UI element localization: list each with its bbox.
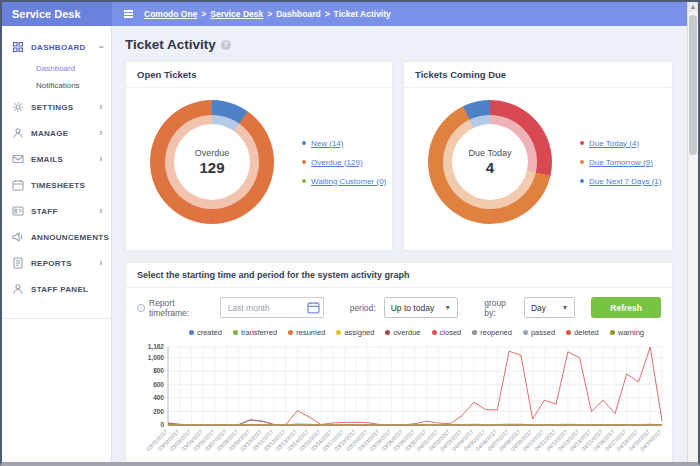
page-info-icon[interactable]: ? [221,40,231,50]
legend-dot-icon [233,330,238,335]
svg-text:400: 400 [153,394,164,401]
chart-legend-item: created [189,328,222,337]
user-icon [12,283,24,295]
report-timeframe-label: Report timeframe: [149,298,210,318]
activity-graph-panel: Select the starting time and period for … [125,262,673,466]
legend-dot-icon [566,330,571,335]
chevron-down-icon: › [97,45,105,49]
breadcrumb-separator: > [325,9,330,19]
sidebar-item-announcements[interactable]: ANNOUNCEMENTS [2,224,111,250]
calendar-icon[interactable] [307,301,320,314]
open-tickets-card: Open Tickets Overdue 129 New (14)Overdue… [125,61,393,251]
sidebar-item-timesheets[interactable]: TIMESHEETS [2,172,111,198]
chevron-down-icon: ▼ [444,304,451,311]
line-chart-legend: createdtransferredresumedassignedoverdue… [126,326,672,338]
open-tickets-donut-chart: Overdue 129 [150,100,274,224]
grid-icon [12,41,24,53]
period-select[interactable]: Up to today ▼ [384,297,459,318]
breadcrumb: Comodo One>Service Desk>Dashboard>Ticket… [141,9,394,19]
svg-text:600: 600 [153,381,164,388]
sidebar-item-staff[interactable]: STAFF› [2,198,111,224]
calendar-icon [12,179,24,191]
chevron-right-icon: › [99,103,103,111]
sidebar-item-settings[interactable]: SETTINGS› [2,94,111,120]
legend-dot-icon [432,330,437,335]
sidebar-item-staff-panel[interactable]: STAFF PANEL [2,276,111,302]
report-icon [12,257,24,269]
groupby-label: group by: [484,298,516,318]
breadcrumb-separator: > [201,9,206,19]
chevron-right-icon: › [99,155,103,163]
scrollbar [687,2,698,462]
sidebar-item-label: EMAILS [31,155,63,164]
line-chart-svg: 02004006008001,0001,16203/01/201703/02/2… [130,339,670,466]
pie-legend-link[interactable]: Due Next 7 Days (1) [580,177,661,186]
pie-legend-link[interactable]: Overdue (129) [302,158,386,167]
breadcrumb-item[interactable]: Service Desk [210,9,263,19]
legend-dot-icon [288,330,293,335]
titlebar: Service Desk Comodo One>Service Desk>Das… [2,2,687,26]
main-content: Ticket Activity ? Open Tickets Overdue 1… [112,26,687,462]
activity-panel-title: Select the starting time and period for … [126,263,672,288]
chart-legend-item: warning [610,328,644,337]
chart-legend-item: deleted [566,328,599,337]
legend-dot-icon [472,330,477,335]
scrollbar-thumb[interactable] [689,15,697,155]
sidebar: DASHBOARD›DashboardNotificationsSETTINGS… [2,26,112,462]
period-label: period: [350,303,376,313]
legend-bullet-icon [302,160,306,164]
sidebar-item-manage[interactable]: MANAGE› [2,120,111,146]
sidebar-subitem-dashboard[interactable]: Dashboard [2,60,111,77]
sidebar-item-label: STAFF PANEL [31,285,88,294]
donut-center-value: 129 [199,159,224,176]
scrollbar-up-button[interactable] [688,2,698,12]
svg-text:1,162: 1,162 [148,343,165,351]
chart-legend-item: overdue [385,328,420,337]
legend-dot-icon [610,330,615,335]
tickets-coming-due-card: Tickets Coming Due Due Today 4 Due Today… [403,61,673,251]
breadcrumb-item: Ticket Activity [334,9,391,19]
chart-legend-item: closed [432,328,462,337]
chart-legend-item: assigned [336,328,374,337]
chevron-right-icon: › [99,207,103,215]
chevron-right-icon: › [99,259,103,267]
chart-legend-item: passed [523,328,555,337]
legend-bullet-icon [580,160,584,164]
sidebar-item-label: STAFF [31,207,58,216]
groupby-select[interactable]: Day ▼ [524,297,575,318]
legend-dot-icon [336,330,341,335]
page-title: Ticket Activity [125,37,216,52]
sidebar-item-emails[interactable]: EMAILS› [2,146,111,172]
refresh-button[interactable]: Refresh [591,297,661,318]
sidebar-item-label: MANAGE [31,129,68,138]
open-tickets-legend: New (14)Overdue (129)Waiting Customer (0… [302,139,386,186]
pie-legend-link[interactable]: Due Tomorrow (9) [580,158,661,167]
breadcrumb-item[interactable]: Comodo One [144,9,197,19]
hamburger-menu-icon[interactable] [124,9,133,20]
svg-text:200: 200 [153,408,164,415]
sidebar-nav: DASHBOARD›DashboardNotificationsSETTINGS… [2,34,111,319]
sidebar-subitem-notifications[interactable]: Notifications [2,77,111,94]
legend-dot-icon [385,330,390,335]
legend-bullet-icon [580,179,584,183]
donut-center-label: Overdue [195,148,230,158]
pie-legend-link[interactable]: Due Today (4) [580,139,661,148]
legend-dot-icon [189,330,194,335]
donut-center-value: 4 [486,159,494,176]
report-timeframe-help-icon[interactable]: i [137,304,145,312]
legend-bullet-icon [580,141,584,145]
breadcrumb-separator: > [267,9,272,19]
chart-legend-item: resumed [288,328,325,337]
pie-legend-link[interactable]: Waiting Customer (0) [302,177,386,186]
donut-center-label: Due Today [469,148,512,158]
sidebar-item-label: TIMESHEETS [31,181,85,190]
sidebar-item-label: ANNOUNCEMENTS [31,233,109,242]
legend-dot-icon [523,330,528,335]
service-desk-window: Service Desk Comodo One>Service Desk>Das… [0,0,700,466]
sidebar-item-dashboard[interactable]: DASHBOARD› [2,34,111,60]
coming-due-legend: Due Today (4)Due Tomorrow (9)Due Next 7 … [580,139,661,186]
pie-legend-link[interactable]: New (14) [302,139,386,148]
chart-legend-item: transferred [233,328,277,337]
chevron-down-icon: ▼ [561,304,568,311]
sidebar-item-reports[interactable]: REPORTS› [2,250,111,276]
